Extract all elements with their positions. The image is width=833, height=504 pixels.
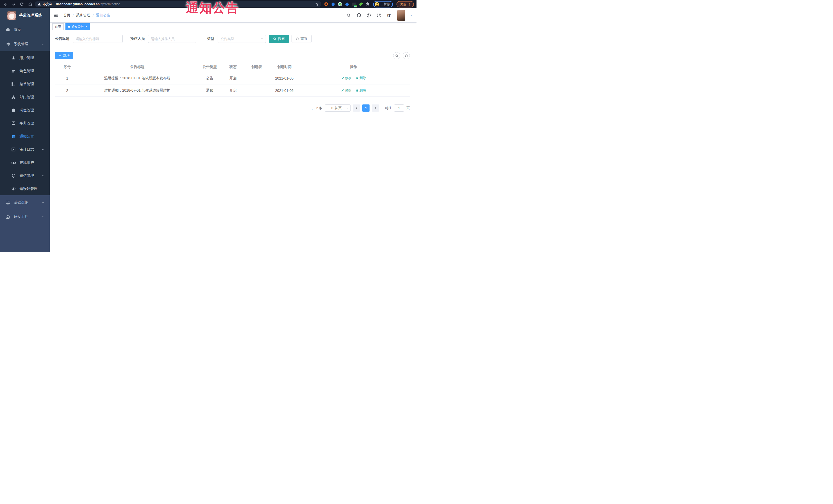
operator-input[interactable]	[148, 34, 196, 43]
sidebar-item-system[interactable]: 系统管理	[0, 37, 50, 51]
org-tree-icon	[11, 95, 16, 100]
sidebar-item-label: 基础设施	[14, 200, 28, 205]
browser-toolbar: 不安全 dashboard.yudao.iocoder.cn/system/no…	[0, 0, 416, 8]
extension-green-icon[interactable]: y	[338, 2, 342, 6]
gear-icon	[5, 42, 10, 47]
right-toolbar	[393, 52, 410, 59]
browser-update-button[interactable]: 更新 ⋮	[397, 1, 414, 7]
extension-pin-icon[interactable]	[331, 2, 335, 6]
table-row: 2 维护通知：2018-07-01 若依系统凌晨维护 通知 开启 2021-01…	[55, 85, 410, 97]
cell-created: 2021-01-05	[271, 89, 297, 93]
tab-close-icon[interactable]: ×	[86, 25, 87, 28]
breadcrumb-system[interactable]: 系统管理	[76, 13, 90, 18]
help-icon[interactable]	[366, 13, 371, 18]
sidebar-item-departments[interactable]: 部门管理	[0, 91, 50, 104]
update-label: 更新	[400, 2, 406, 6]
home-icon[interactable]	[27, 1, 33, 7]
app-title: 芋道管理系统	[19, 13, 42, 18]
extension-switch-icon[interactable]: on	[352, 2, 356, 6]
tab-label: 通知公告	[71, 25, 84, 29]
sidebar-item-menus[interactable]: 菜单管理	[0, 77, 50, 91]
sidebar-item-sms[interactable]: 短信管理	[0, 169, 50, 182]
cell-type: 通知	[195, 88, 224, 93]
extension-strip: y on	[324, 2, 370, 6]
pagination: 共 2 条 1 前往 页	[55, 104, 410, 112]
page-number-button[interactable]: 1	[362, 104, 370, 112]
sidebar-item-dict[interactable]: 字典管理	[0, 117, 50, 130]
browser-profile-chip[interactable]: 已暂停	[373, 1, 393, 7]
delete-link[interactable]: 删除	[356, 88, 366, 93]
sidebar-item-notice[interactable]: 通知公告	[0, 130, 50, 143]
url-bar[interactable]: 不安全 dashboard.yudao.iocoder.cn/system/no…	[35, 1, 321, 7]
select-chevron-down-icon	[346, 107, 349, 110]
back-icon[interactable]	[2, 1, 9, 7]
extension-sprout-icon[interactable]	[358, 2, 363, 6]
page-size-select[interactable]	[325, 104, 351, 112]
omnibox-divider	[54, 2, 54, 6]
breadcrumb-home[interactable]: 首页	[63, 13, 70, 18]
extension-on-badge: on	[354, 5, 357, 7]
sidebar-item-users[interactable]: 用户管理	[0, 51, 50, 65]
tab-home[interactable]: 首页	[52, 23, 64, 30]
chevron-down-icon	[42, 174, 45, 177]
search-button[interactable]: 搜索	[269, 34, 289, 43]
trash-icon	[356, 77, 358, 79]
bookmark-star-icon[interactable]	[315, 2, 319, 6]
search-icon[interactable]	[346, 13, 351, 18]
tab-notice[interactable]: 通知公告 ×	[66, 23, 90, 30]
extension-ring-icon[interactable]	[324, 2, 329, 6]
add-button[interactable]: 新增	[55, 52, 73, 59]
sidebar-item-label: 菜单管理	[20, 82, 34, 87]
avatar-caret-down-icon[interactable]: ▾	[410, 14, 412, 17]
browser-menu-kebab-icon[interactable]: ⋮	[408, 3, 411, 6]
extensions-puzzle-icon[interactable]	[365, 2, 370, 6]
col-header-title: 公告标题	[79, 65, 195, 69]
breadcrumb: 首页 / 系统管理 / 通知公告	[63, 13, 110, 18]
github-icon[interactable]	[356, 13, 361, 18]
sidebar-item-home[interactable]: 首页	[0, 23, 50, 37]
breadcrumb-separator: /	[73, 13, 74, 18]
next-page-button[interactable]	[372, 104, 379, 112]
sidebar-item-error-codes[interactable]: 错误码管理	[0, 182, 50, 195]
prev-page-button[interactable]	[353, 104, 360, 112]
sidebar-item-online-users[interactable]: 在线用户	[0, 156, 50, 169]
extension-diamond-icon[interactable]	[344, 2, 349, 6]
user-avatar[interactable]	[397, 10, 405, 21]
sidebar-item-audit-log[interactable]: 审计日志	[0, 143, 50, 156]
refresh-icon[interactable]	[403, 52, 410, 59]
notice-type-select[interactable]	[218, 34, 266, 43]
notice-title-input[interactable]	[73, 34, 123, 43]
sidebar-item-infrastructure[interactable]: 基础设施	[0, 195, 50, 210]
select-chevron-down-icon	[260, 37, 264, 40]
table-toolbar: 新增	[55, 52, 410, 59]
font-size-icon[interactable]: tT	[386, 13, 391, 18]
sidebar-item-dev-tools[interactable]: 研发工具	[0, 210, 50, 224]
sidebar-item-posts[interactable]: 岗位管理	[0, 104, 50, 117]
cell-index: 1	[55, 76, 79, 80]
edit-link[interactable]: 修改	[341, 76, 352, 80]
toggle-search-icon[interactable]	[393, 52, 400, 59]
cell-status: 开启	[224, 76, 242, 80]
url-text: dashboard.yudao.iocoder.cn/system/notice	[56, 2, 313, 6]
goto-page-input[interactable]	[394, 104, 404, 112]
sidebar-item-label: 研发工具	[14, 215, 28, 219]
sidebar-item-roles[interactable]: 角色管理	[0, 65, 50, 77]
reset-button[interactable]: 重置	[291, 34, 312, 43]
sidebar-item-label: 首页	[14, 27, 21, 32]
app-logo-row[interactable]: 芋道管理系统	[0, 8, 50, 23]
table-row: 1 温馨提醒：2018-07-01 若依新版本发布啦 公告 开启 2021-01…	[55, 72, 410, 85]
sidebar-collapse-icon[interactable]	[53, 13, 59, 18]
reload-icon[interactable]	[19, 1, 25, 7]
fullscreen-icon[interactable]	[376, 13, 381, 18]
dashboard-icon	[5, 27, 10, 32]
delete-link[interactable]: 删除	[356, 76, 366, 80]
edit-link[interactable]: 修改	[341, 88, 352, 93]
notice-type-select-input[interactable]	[218, 34, 266, 43]
operator-field-label: 操作人员	[130, 37, 145, 41]
cell-title: 维护通知：2018-07-01 若依系统凌晨维护	[79, 88, 195, 93]
main-area: 首页 / 系统管理 / 通知公告	[50, 8, 416, 252]
forward-icon[interactable]	[10, 1, 17, 7]
sidebar-item-label: 错误码管理	[20, 187, 38, 191]
chevron-down-icon	[42, 148, 45, 151]
cell-status: 开启	[224, 88, 242, 93]
